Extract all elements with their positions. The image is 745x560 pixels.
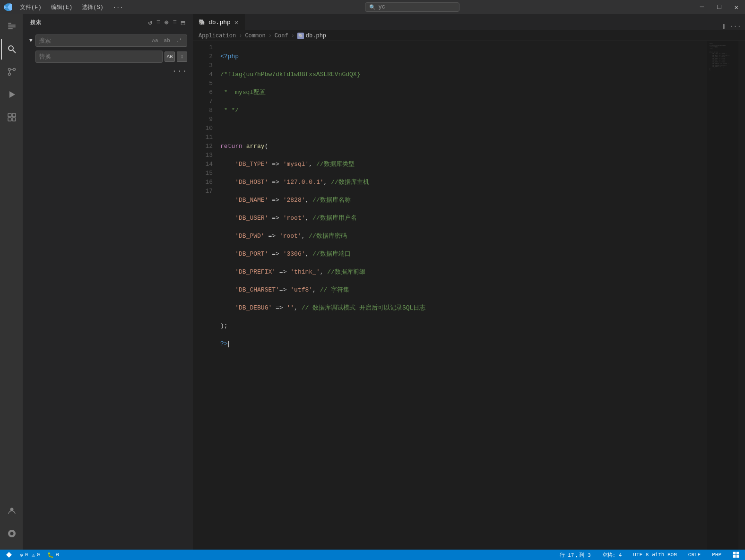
clear-results-icon[interactable]: ≡ <box>156 18 161 26</box>
more-options-btn[interactable]: ··· <box>172 67 187 76</box>
status-errors[interactable]: ⊗ 0 ⚠ 0 <box>18 552 42 558</box>
svg-line-5 <box>13 50 16 53</box>
spaces-text: 空格: 4 <box>602 551 622 559</box>
warning-count: 0 <box>37 552 40 558</box>
titlebar-search-area: 🔍 yc <box>130 2 693 12</box>
code-editor[interactable]: 1 2 3 4 5 6 7 8 9 10 11 12 13 14 15 16 1… <box>193 41 745 550</box>
status-spaces[interactable]: 空格: 4 <box>600 551 624 559</box>
breadcrumb: Application › Common › Conf › 🐘 db.php <box>193 31 745 41</box>
titlebar-menu: 文件(F) 编辑(E) 选择(S) ... <box>16 2 127 12</box>
activity-settings[interactable] <box>1 523 22 544</box>
sidebar: 搜索 ↺ ≡ ⊕ ≡ ⬒ ▼ Aa ab .* <box>23 14 193 550</box>
maximize-button[interactable]: □ <box>714 2 724 12</box>
case-sensitive-btn[interactable]: Aa <box>150 37 160 44</box>
titlebar-search-box[interactable]: 🔍 yc <box>365 2 459 12</box>
whole-word-btn[interactable]: ab <box>162 37 172 44</box>
status-info[interactable]: 🐛 0 <box>45 552 61 558</box>
tab-bar-actions: ⫿ ··· <box>722 23 745 30</box>
activity-source-control[interactable] <box>1 61 22 82</box>
close-button[interactable]: ✕ <box>732 2 741 12</box>
code-content[interactable]: <?php /*flag{uu7hPbw7dkTd1w8BfxsASLREVnG… <box>217 41 707 550</box>
replace-all-btn[interactable]: AB <box>165 52 175 62</box>
svg-rect-12 <box>8 118 11 121</box>
svg-rect-1 <box>8 25 16 26</box>
position-text: 行 17，列 3 <box>560 551 591 559</box>
breadcrumb-file-icon: 🐘 <box>297 33 304 39</box>
breadcrumb-application[interactable]: Application <box>199 33 236 39</box>
view-as-tree-icon[interactable]: ≡ <box>173 18 177 26</box>
breadcrumb-common[interactable]: Common <box>245 33 265 39</box>
svg-rect-11 <box>12 113 16 117</box>
status-layout-icon[interactable] <box>731 551 741 558</box>
more-tab-actions-icon[interactable]: ··· <box>729 23 741 30</box>
replace-input-row: ▶ AB ↕ <box>28 51 187 63</box>
activity-account[interactable] <box>1 500 22 521</box>
sidebar-header-actions: ↺ ≡ ⊕ ≡ ⬒ <box>148 18 185 26</box>
scrollbar-track[interactable] <box>738 41 745 550</box>
menu-select[interactable]: 选择(S) <box>78 2 107 12</box>
status-vscode-icon[interactable] <box>4 551 14 558</box>
activity-run[interactable] <box>1 84 22 105</box>
language-text: PHP <box>712 552 721 558</box>
activity-extensions[interactable] <box>1 107 22 128</box>
search-panel: ▼ Aa ab .* ▶ AB ↕ ··· <box>23 31 193 550</box>
svg-point-7 <box>13 69 16 71</box>
svg-rect-18 <box>733 555 736 558</box>
menu-file[interactable]: 文件(F) <box>16 2 45 12</box>
status-encoding[interactable]: UTF-8 with BOM <box>631 552 678 558</box>
replace-box-container <box>35 51 163 63</box>
replace-preserve-case-btn[interactable]: ↕ <box>177 52 187 62</box>
menu-edit[interactable]: 编辑(E) <box>47 2 77 12</box>
main-layout: 搜索 ↺ ≡ ⊕ ≡ ⬒ ▼ Aa ab .* <box>0 14 745 550</box>
svg-point-6 <box>9 73 11 76</box>
line-ending-text: CRLF <box>688 552 701 558</box>
more-options-row: ··· <box>28 67 187 76</box>
breadcrumb-sep-1: › <box>239 33 242 39</box>
tab-db-php[interactable]: 🐘 db.php ✕ <box>193 14 245 30</box>
status-line-ending[interactable]: CRLF <box>686 552 702 558</box>
breadcrumb-conf[interactable]: Conf <box>275 33 288 39</box>
regex-btn[interactable]: .* <box>174 37 184 44</box>
activity-explorer[interactable] <box>1 16 22 37</box>
status-language[interactable]: PHP <box>710 552 723 558</box>
svg-point-4 <box>9 46 13 51</box>
status-bar-right: 行 17，列 3 空格: 4 UTF-8 with BOM CRLF PHP <box>558 551 741 559</box>
line-numbers: 1 2 3 4 5 6 7 8 9 10 11 12 13 14 15 16 1… <box>193 41 217 550</box>
sidebar-title: 搜索 <box>30 19 42 26</box>
breadcrumb-sep-2: › <box>269 33 272 39</box>
tab-php-icon: 🐘 <box>199 19 206 26</box>
tab-close-btn[interactable]: ✕ <box>234 18 239 27</box>
svg-rect-3 <box>8 28 13 29</box>
titlebar: 文件(F) 编辑(E) 选择(S) ... 🔍 yc ─ □ ✕ <box>0 0 745 14</box>
collapse-all-icon[interactable]: ⊕ <box>165 18 169 26</box>
menu-more[interactable]: ... <box>109 2 127 12</box>
svg-rect-0 <box>8 23 11 24</box>
sidebar-header: 搜索 ↺ ≡ ⊕ ≡ ⬒ <box>23 14 193 31</box>
status-position[interactable]: 行 17，列 3 <box>558 551 593 559</box>
svg-rect-13 <box>12 118 16 121</box>
warning-icon: ⚠ <box>32 552 35 558</box>
search-input-row: ▼ Aa ab .* <box>28 34 187 47</box>
breadcrumb-filename: db.php <box>306 33 326 39</box>
info-icon: 🐛 <box>47 552 54 558</box>
replace-input[interactable] <box>39 53 159 60</box>
search-text: yc <box>379 4 385 10</box>
split-editor-icon[interactable]: ⫿ <box>722 23 726 30</box>
error-count: 0 <box>25 552 28 558</box>
svg-rect-10 <box>8 113 11 117</box>
status-bar-left: ⊗ 0 ⚠ 0 🐛 0 <box>4 551 61 558</box>
titlebar-controls: ─ □ ✕ <box>697 2 741 12</box>
breadcrumb-current-file[interactable]: 🐘 db.php <box>297 33 326 39</box>
activity-bar <box>0 14 23 550</box>
search-small-icon: 🔍 <box>369 4 376 10</box>
status-bar: ⊗ 0 ⚠ 0 🐛 0 行 17，列 3 空格: 4 UTF-8 with BO… <box>0 550 745 560</box>
refresh-icon[interactable]: ↺ <box>148 18 152 26</box>
svg-point-8 <box>9 69 11 71</box>
search-expand-toggle[interactable]: ▼ <box>28 37 34 44</box>
search-input[interactable] <box>39 37 148 44</box>
minimize-button[interactable]: ─ <box>697 2 707 12</box>
open-in-editor-icon[interactable]: ⬒ <box>181 18 185 26</box>
search-box-container: Aa ab .* <box>35 34 187 47</box>
activity-search[interactable] <box>1 39 22 60</box>
editor-area: 🐘 db.php ✕ ⫿ ··· Application › Common › … <box>193 14 745 550</box>
